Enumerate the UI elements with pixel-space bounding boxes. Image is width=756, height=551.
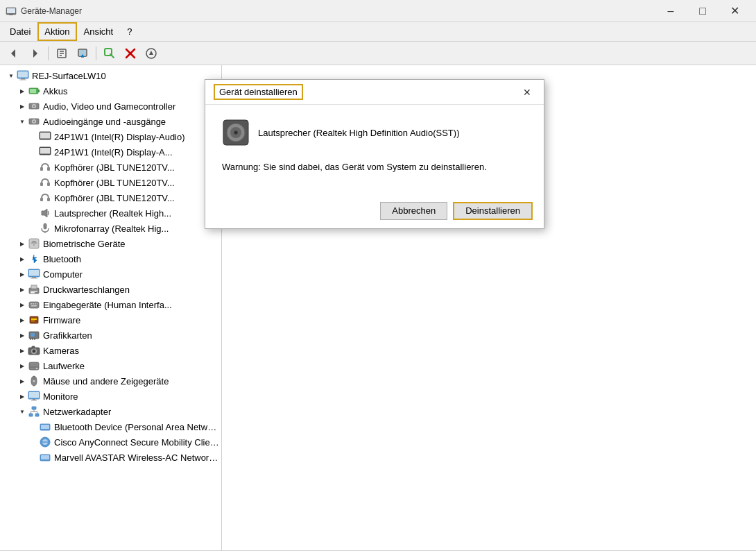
device-icon [222,119,250,146]
mouse-icon [28,375,40,387]
tree-item-mause[interactable]: Mäuse und andere Zeigegeräte [0,373,221,389]
svg-rect-49 [32,277,36,278]
uninstall-button[interactable]: Deinstallieren [453,202,533,220]
laufwerke-expand[interactable] [17,360,28,371]
titlebar-controls: – □ ✕ [655,0,750,22]
kamera-expand[interactable] [17,345,28,356]
update-driver-button[interactable] [73,44,92,63]
svg-rect-41 [47,198,50,201]
properties-icon [56,48,67,59]
tree-item-audioeingaenge[interactable]: Audioeingänge und -ausgänge [0,114,221,129]
tree-item-netzwerk[interactable]: Netzwerkadapter [0,404,221,419]
delete-button[interactable] [121,44,140,63]
tree-item-marvell[interactable]: Marvell AVASTAR Wireless-AC Network Cont… [0,450,221,465]
back-button[interactable] [4,44,24,63]
svg-rect-84 [29,414,33,416]
tree-item-disp1[interactable]: 24P1W1 (Intel(R) Display-Audio) [0,129,221,144]
monitore-expand[interactable] [17,391,28,402]
drive-icon [28,359,40,372]
tree-item-bluetooth[interactable]: Bluetooth [0,251,221,266]
battery-icon [28,85,40,97]
svg-rect-50 [31,278,37,279]
tree-item-kopf3[interactable]: Kopfhörer (JBL TUNE120TV... [0,190,221,205]
svg-point-72 [33,350,35,353]
menu-aktion[interactable]: Aktion [37,22,76,41]
dialog-device-row: Lautsprecher (Realtek High Definition Au… [222,119,527,146]
close-button[interactable]: ✕ [719,0,750,22]
firmware-expand[interactable] [17,314,28,325]
tree-item-audio[interactable]: Audio, Video und Gamecontroller [0,99,221,114]
minimize-button[interactable]: – [655,0,687,22]
tree-item-kamera[interactable]: Kameras [0,343,221,358]
svg-rect-96 [41,455,49,459]
svg-rect-91 [41,425,49,429]
scan-icon [104,48,115,59]
tree-item-cisco[interactable]: Cisco AnyConnect Secure Mobility Client … [0,434,221,450]
maximize-button[interactable]: □ [687,0,719,22]
download-icon [146,48,157,59]
tree-item-akkus[interactable]: Akkus [0,83,221,99]
computer-expand[interactable] [17,269,28,280]
display-audio-icon-2 [39,146,51,158]
tree-item-laut1[interactable]: Lautsprecher (Realtek High... [0,205,221,221]
marvell-label: Marvell AVASTAR Wireless-AC Network Cont… [54,452,221,463]
tree-item-monitore[interactable]: Monitore [0,389,221,404]
dialog-titlebar: Gerät deinstallieren ✕ [205,80,544,105]
tree-item-grafik[interactable]: Grafikkarten [0,328,221,343]
tree-item-kopf2[interactable]: Kopfhörer (JBL TUNE120TV... [0,175,221,190]
kopf1-label: Kopfhörer (JBL TUNE120TV... [54,162,175,173]
biometric-label: Biometrische Geräte [43,239,126,249]
tree-item-disp2[interactable]: 24P1W1 (Intel(R) Display-A... [0,144,221,160]
audio-expand[interactable] [17,101,28,112]
titlebar-title: Geräte-Manager [21,6,82,16]
druckwarten-expand[interactable] [17,284,28,295]
akkus-expand[interactable] [17,85,28,96]
grafik-label: Grafikkarten [43,330,92,341]
svg-rect-59 [37,303,37,305]
menu-datei[interactable]: Datei [3,22,37,41]
properties-button[interactable] [52,44,71,63]
svg-rect-24 [38,90,40,92]
grafik-expand[interactable] [17,330,28,341]
bluetooth-expand[interactable] [17,253,28,264]
svg-rect-69 [34,339,35,340]
mause-expand[interactable] [17,375,28,387]
tree-item-firmware[interactable]: Firmware [0,312,221,328]
netzwerk-expand[interactable] [17,406,28,417]
akkus-label: Akkus [43,86,67,96]
download-button[interactable] [141,44,161,63]
svg-rect-20 [18,71,28,78]
back-icon [8,48,19,59]
tree-item-btdevice[interactable]: Bluetooth Device (Personal Area Network) [0,419,221,434]
tree-item-druckwarten[interactable]: Druckwarteschlangen [0,282,221,297]
eingabe-expand[interactable] [17,299,28,310]
app-icon [6,6,17,17]
tree-item-laufwerke[interactable]: Laufwerke [0,358,221,373]
svg-rect-22 [19,80,26,80]
scan-hardware-button[interactable] [100,44,119,63]
tree-item-computer[interactable]: Computer [0,266,221,282]
tree-root[interactable]: REJ-SurfaceLW10 [0,68,221,83]
tree-item-eingabe[interactable]: Eingabegeräte (Human Interfa... [0,297,221,312]
tree-item-biometric[interactable]: Biometrische Geräte [0,236,221,251]
svg-point-78 [33,380,35,382]
tree-item-mikro1[interactable]: Mikrofonarray (Realtek Hig... [0,221,221,236]
cancel-button[interactable]: Abbrechen [380,202,447,220]
dialog-close-button[interactable]: ✕ [519,84,535,101]
svg-rect-68 [32,339,33,340]
kamera-label: Kameras [43,346,79,356]
tree-item-kopf1[interactable]: Kopfhörer (JBL TUNE120TV... [0,160,221,175]
firmware-label: Firmware [43,315,80,325]
root-expand-arrow[interactable] [6,70,17,81]
menu-ansicht[interactable]: Ansicht [77,22,121,41]
biometric-expand[interactable] [17,238,28,249]
dialog-device-name: Lautsprecher (Realtek High Definition Au… [258,128,459,138]
device-tree[interactable]: REJ-SurfaceLW10 Akkus Audio, Video und G… [0,65,222,550]
menu-help[interactable]: ? [120,22,139,41]
headphone-icon-2 [39,176,51,189]
svg-rect-57 [33,303,34,305]
forward-button[interactable] [25,44,44,63]
computer-label: Computer [43,269,83,280]
audioeingaenge-expand[interactable] [17,116,28,127]
audio-icon [28,100,40,112]
